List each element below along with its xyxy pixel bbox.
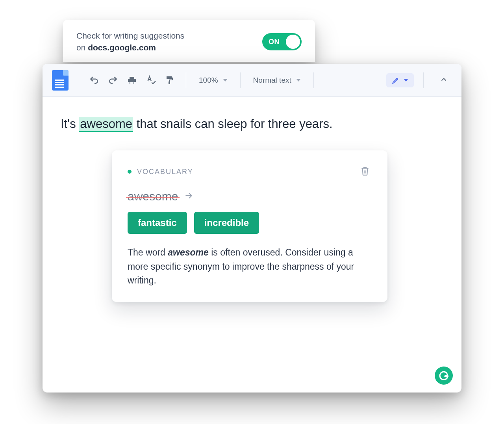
text-before: It's xyxy=(61,117,79,131)
toolbar-separator xyxy=(186,72,186,88)
chevron-down-icon xyxy=(296,79,301,81)
trash-icon xyxy=(360,165,370,176)
exp-word: awesome xyxy=(168,247,209,257)
suggestion-header: VOCABULARY xyxy=(128,164,372,180)
grammarly-icon xyxy=(438,370,450,381)
suggestion-option[interactable]: fantastic xyxy=(128,212,187,234)
undo-icon xyxy=(89,75,99,85)
style-value: Normal text xyxy=(253,76,291,85)
dismiss-button[interactable] xyxy=(358,164,372,180)
suggestions-toggle[interactable]: ON xyxy=(262,33,302,50)
print-button[interactable] xyxy=(125,74,139,87)
redo-icon xyxy=(108,75,118,85)
suggestion-category: VOCABULARY xyxy=(137,168,193,176)
pencil-icon xyxy=(392,76,400,84)
zoom-dropdown[interactable]: 100% xyxy=(196,76,231,85)
grammarly-badge[interactable] xyxy=(435,367,453,385)
toolbar: 100% Normal text xyxy=(43,64,461,97)
toolbar-separator xyxy=(423,72,424,88)
style-dropdown[interactable]: Normal text xyxy=(250,76,304,85)
svg-rect-0 xyxy=(169,81,170,84)
suggestion-options: fantastic incredible xyxy=(128,212,372,234)
suggestion-option[interactable]: incredible xyxy=(194,212,259,234)
zoom-value: 100% xyxy=(199,76,218,85)
suggestions-toggle-card: Check for writing suggestions on docs.go… xyxy=(63,20,315,62)
toolbar-separator xyxy=(240,72,241,88)
toolbar-separator xyxy=(313,72,314,88)
toggle-domain: docs.google.com xyxy=(88,43,156,52)
suggestion-card: VOCABULARY awesome fantastic incredible xyxy=(112,150,387,302)
toggle-description: Check for writing suggestions on docs.go… xyxy=(76,30,184,54)
toggle-line2-prefix: on xyxy=(76,43,88,52)
suggestion-explanation: The word awesome is often overused. Cons… xyxy=(128,246,372,288)
chevron-down-icon xyxy=(404,79,408,81)
text-after: that snails can sleep for three years. xyxy=(133,117,333,131)
paint-format-button[interactable] xyxy=(163,74,176,87)
toggle-state-label: ON xyxy=(269,38,280,46)
print-icon xyxy=(127,76,137,85)
collapse-toolbar-button[interactable] xyxy=(435,75,452,85)
undo-button[interactable] xyxy=(87,74,101,87)
document-text[interactable]: It's awesome that snails can sleep for t… xyxy=(61,115,443,133)
exp-pre: The word xyxy=(128,247,168,257)
toggle-line1: Check for writing suggestions xyxy=(76,31,184,40)
category-dot-icon xyxy=(128,170,132,174)
document-body[interactable]: It's awesome that snails can sleep for t… xyxy=(43,97,461,393)
arrow-right-icon xyxy=(183,191,194,202)
replacement-row: awesome xyxy=(128,190,372,203)
paint-roller-icon xyxy=(165,76,174,85)
original-word: awesome xyxy=(128,190,178,203)
spellcheck-button[interactable] xyxy=(144,74,158,87)
editor-window: 100% Normal text It's awesome that snail… xyxy=(43,64,461,393)
highlighted-word[interactable]: awesome xyxy=(79,117,133,132)
spellcheck-icon xyxy=(146,75,156,85)
chevron-down-icon xyxy=(223,79,228,81)
redo-button[interactable] xyxy=(106,74,120,87)
chevron-up-icon xyxy=(439,75,448,84)
editing-mode-button[interactable] xyxy=(386,73,414,87)
toggle-knob xyxy=(286,35,300,49)
docs-logo-icon[interactable] xyxy=(52,70,69,91)
